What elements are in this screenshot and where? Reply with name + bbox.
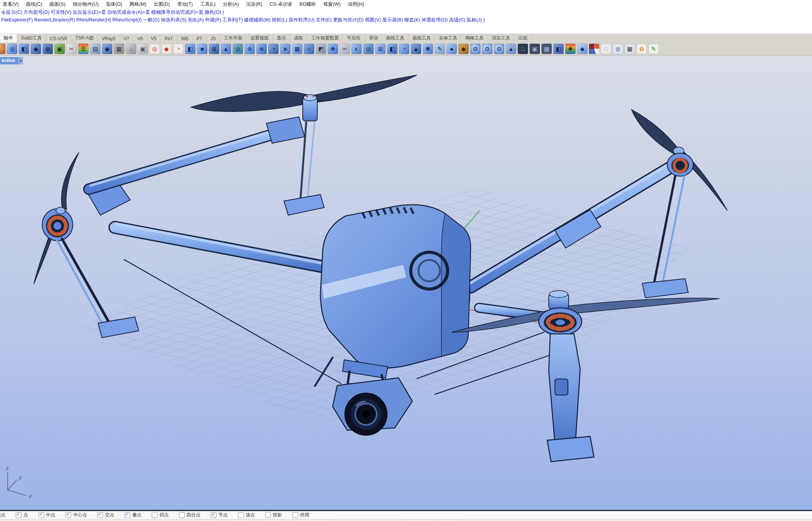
plane-icon[interactable]: ◧ <box>185 44 195 54</box>
toolbar-tab-11[interactable]: JS <box>207 35 220 42</box>
ghost-box-icon[interactable]: □ <box>601 44 611 54</box>
toolbar-tab-1[interactable]: SubD工具 <box>17 34 46 42</box>
osnap-1[interactable]: 点 <box>16 512 28 518</box>
camera-gimbal[interactable] <box>315 357 412 435</box>
toolbar-tab-13[interactable]: 设置视图 <box>246 34 273 42</box>
status-segment-7[interactable]: 平面模式 <box>198 520 224 521</box>
gem-icon[interactable]: ◆ <box>577 44 587 54</box>
drone-model[interactable] <box>34 75 727 462</box>
osnap-8[interactable]: 节点 <box>211 512 228 518</box>
command-options-line[interactable]: 令提示(C) 方向箭号(D) 可见性(V) 反应提示(E)=是 自动完成命令(A… <box>0 8 812 16</box>
status-segment-13[interactable]: 过滤器 <box>440 520 460 521</box>
dots-grid-icon[interactable]: ▦ <box>625 44 635 54</box>
red-target-icon[interactable]: ◎ <box>149 44 160 54</box>
globe-icon[interactable]: ◍ <box>43 44 53 54</box>
menu-item-13[interactable]: 视窗(W) <box>323 1 341 8</box>
toolbar-tab-22[interactable]: 网格工具 <box>461 34 488 42</box>
rear-rotor[interactable] <box>451 290 720 462</box>
fillet-icon[interactable]: ◩ <box>316 44 326 54</box>
toolbar-tab-14[interactable]: 显示 <box>273 34 290 42</box>
toolbar-tab-18[interactable]: 变动 <box>365 34 382 42</box>
menu-item-7[interactable]: 变动(T) <box>177 1 193 8</box>
toolbar-tab-5[interactable]: V7 <box>120 35 133 42</box>
chevron-down-icon[interactable]: ▾ <box>18 57 23 64</box>
osnap-checkbox-7[interactable] <box>179 512 185 518</box>
toolbar-tab-17[interactable]: 可见性 <box>343 34 365 42</box>
maple-leaf-icon[interactable]: ✿ <box>636 44 647 54</box>
drone-body[interactable] <box>320 205 471 368</box>
frame-icon[interactable]: □ <box>518 44 528 54</box>
osnap-10[interactable]: 投影 <box>265 512 282 518</box>
perspective-viewport[interactable]: ective ▾ <box>0 56 812 511</box>
viewport-title[interactable]: ective ▾ <box>0 57 23 64</box>
curve-pen-icon[interactable]: ✎ <box>648 44 659 54</box>
photo-icon[interactable]: ▣ <box>54 44 65 54</box>
cylinder-icon[interactable]: ⊞ <box>209 44 219 54</box>
frames-icon[interactable]: ▣ <box>530 44 540 54</box>
offset-icon[interactable]: ◎ <box>363 44 374 54</box>
osnap-3[interactable]: 中心点 <box>66 512 87 518</box>
move-icon[interactable]: ✱ <box>423 44 433 54</box>
osnap-2[interactable]: 中点 <box>38 512 55 518</box>
menu-item-2[interactable]: 曲面(S) <box>49 1 66 8</box>
status-segment-10[interactable]: 操作轴 (工作平面) <box>290 520 334 521</box>
magnet-icon[interactable]: ◆ <box>458 44 469 54</box>
webcam-icon[interactable]: ◉ <box>102 44 112 54</box>
osnap-9[interactable]: 顶点 <box>238 512 255 518</box>
osnap-checkbox-6[interactable] <box>152 512 157 518</box>
toolbar-tab-7[interactable]: V5 <box>147 35 161 42</box>
status-segment-9[interactable]: 智慧轨迹 <box>260 520 285 521</box>
menu-item-10[interactable]: 渲染(R) <box>246 1 262 8</box>
menu-item-9[interactable]: 分析(A) <box>223 1 239 8</box>
scale-icon[interactable]: ▲ <box>411 44 421 54</box>
red-orbit-icon[interactable]: ◔ <box>173 44 184 54</box>
osnap-checkbox-1[interactable] <box>16 512 21 518</box>
osnap-checkbox-10[interactable] <box>265 512 271 518</box>
status-segment-12[interactable]: 记录建构历史 <box>400 520 434 521</box>
osnap-6[interactable]: 切点 <box>152 512 169 518</box>
box-icon[interactable]: ■ <box>197 44 207 54</box>
toolbar-tab-19[interactable]: 曲线工具 <box>382 34 408 42</box>
menu-item-8[interactable]: 工具(L) <box>200 1 215 8</box>
osnap-checkbox-11[interactable] <box>292 512 298 518</box>
osnap-checkbox-4[interactable] <box>97 512 103 518</box>
cone-icon[interactable]: ▲ <box>221 44 231 54</box>
point-icon[interactable]: ● <box>446 44 457 54</box>
teapot-icon[interactable]: ♨ <box>126 44 136 54</box>
toolbar-tab-10[interactable]: PT <box>193 35 207 42</box>
gear-doc-icon[interactable]: ⚙ <box>494 44 504 54</box>
array-icon[interactable]: ⊞ <box>375 44 385 54</box>
toolbar-tab-6[interactable]: V6 <box>133 35 147 42</box>
revolve-icon[interactable]: ◔ <box>268 44 279 54</box>
toolbar-tab-12[interactable]: 工作平面 <box>220 34 246 42</box>
menu-item-1[interactable]: 曲线(C) <box>26 1 42 8</box>
anvil-icon[interactable]: ▲ <box>506 44 516 54</box>
extrude-icon[interactable]: ⊕ <box>244 44 255 54</box>
pie-chart-icon[interactable] <box>589 44 599 54</box>
toolbar-tab-8[interactable]: PeT <box>161 35 177 42</box>
toolbar-tab-21[interactable]: 实体工具 <box>435 34 461 42</box>
toolbar-tab-2[interactable]: CS-VSR <box>46 35 71 42</box>
scissors-icon[interactable]: ✂ <box>66 44 77 54</box>
patch-icon[interactable]: ▦ <box>292 44 302 54</box>
boolean-icon[interactable]: ❖ <box>328 44 338 54</box>
binoculars-icon[interactable]: ◎ <box>7 44 17 54</box>
viewport-cube-icon[interactable]: ◧ <box>19 44 29 54</box>
pipe-icon[interactable]: ○ <box>304 44 314 54</box>
osnap-7[interactable]: 四分点 <box>179 512 200 518</box>
menu-item-14[interactable]: 说明(H) <box>348 1 364 8</box>
osnap-checkbox-2[interactable] <box>38 512 44 518</box>
panel-icon[interactable]: ◧ <box>553 44 564 54</box>
toolbar-tab-16[interactable]: 工作视窗配置 <box>307 34 343 42</box>
torus-icon[interactable]: ◎ <box>233 44 243 54</box>
display-mode-icon[interactable]: ▦ <box>541 44 552 54</box>
osnap-checkbox-3[interactable] <box>66 512 71 518</box>
menu-item-11[interactable]: CS-卓尔谟 <box>270 1 292 8</box>
osnap-checkbox-9[interactable] <box>238 512 244 518</box>
checker-icon[interactable]: ▦ <box>114 44 124 54</box>
printer-icon[interactable]: ▤ <box>90 44 100 54</box>
wire-sphere-icon[interactable]: ◍ <box>613 44 623 54</box>
scene-canvas[interactable] <box>0 56 812 510</box>
gear-display-icon[interactable]: ⚙ <box>482 44 492 54</box>
sweep-icon[interactable]: ➤ <box>280 44 290 54</box>
